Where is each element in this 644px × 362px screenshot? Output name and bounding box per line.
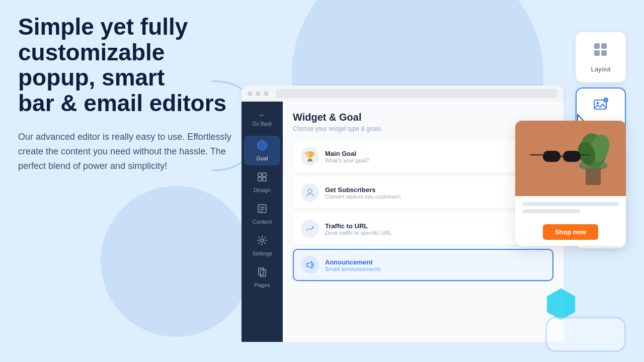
- svg-rect-33: [563, 151, 581, 162]
- goal-item-main[interactable]: 🏆 Main Goal What's your goal? ▾: [293, 140, 553, 172]
- bg-decoration-2: [101, 186, 252, 337]
- pages-icon: [257, 266, 268, 280]
- svg-rect-23: [261, 269, 266, 277]
- svg-rect-14: [263, 173, 266, 176]
- sidebar-pages-label: Pages: [254, 282, 270, 288]
- back-arrow-icon: ←: [258, 111, 266, 120]
- widget-title: Widget & Goal: [293, 112, 553, 123]
- subscribers-name: Get Subscribers: [325, 186, 545, 194]
- svg-point-24: [308, 189, 312, 193]
- announcement-text: Announcement Smart announcements: [325, 258, 545, 272]
- svg-rect-32: [543, 151, 560, 162]
- go-back-button[interactable]: ← Go Back: [251, 106, 274, 132]
- main-heading: Simple yet fully customizable popup, sma…: [18, 14, 239, 116]
- svg-rect-15: [258, 177, 262, 181]
- traffic-text: Traffic to URL Drive traffic to specific…: [325, 222, 545, 236]
- goal-item-announcement[interactable]: Announcement Smart announcements: [293, 249, 553, 281]
- subscribers-icon: [301, 184, 319, 202]
- design-icon: [257, 171, 268, 185]
- goal-icon: [257, 140, 268, 153]
- announcement-name: Announcement: [325, 258, 545, 266]
- subscribers-text: Get Subscribers Convert visitors into cu…: [325, 186, 545, 200]
- main-goal-desc: What's your goal?: [325, 157, 536, 163]
- traffic-icon: [301, 220, 319, 238]
- main-goal-icon: 🏆: [301, 147, 319, 165]
- svg-rect-3: [601, 50, 607, 56]
- main-goal-name: Main Goal: [325, 150, 536, 157]
- toolbar-layout-button[interactable]: Layout: [576, 32, 626, 82]
- product-text-lines: [515, 196, 626, 220]
- bottom-rect-decoration: [545, 317, 626, 352]
- content-icon: [257, 203, 268, 217]
- browser-url-bar: [276, 89, 557, 98]
- svg-rect-13: [258, 173, 262, 176]
- svg-point-21: [261, 239, 264, 242]
- browser-dot-1: [248, 91, 253, 96]
- browser-bar: [242, 85, 564, 102]
- svg-rect-1: [601, 43, 607, 49]
- browser-dot-2: [256, 91, 261, 96]
- sidebar-item-pages[interactable]: Pages: [244, 262, 280, 292]
- sidebar-content-label: Content: [253, 219, 272, 225]
- layout-icon: [593, 42, 609, 61]
- product-image: [515, 121, 626, 196]
- left-panel: Simple yet fully customizable popup, sma…: [18, 14, 239, 173]
- settings-icon: [257, 235, 268, 248]
- widget-subtitle: Choose your widget type & goals: [293, 125, 553, 132]
- traffic-desc: Drive traffic to specific URL: [325, 230, 545, 236]
- sidebar-settings-label: Settings: [252, 250, 272, 256]
- go-back-label: Go Back: [253, 121, 272, 127]
- main-goal-text: Main Goal What's your goal?: [325, 150, 536, 163]
- goal-item-traffic[interactable]: Traffic to URL Drive traffic to specific…: [293, 213, 553, 245]
- announcement-icon: [301, 256, 319, 274]
- svg-text:+: +: [605, 99, 607, 102]
- sub-text: Our advanced editor is really easy to us…: [18, 130, 239, 173]
- goal-item-subscribers[interactable]: Get Subscribers Convert visitors into cu…: [293, 176, 553, 209]
- svg-rect-2: [594, 50, 600, 56]
- announcement-desc: Smart announcements: [325, 266, 545, 272]
- editor-sidebar: ← Go Back Goal: [242, 102, 283, 342]
- browser-dot-3: [264, 91, 269, 96]
- sidebar-item-content[interactable]: Content: [244, 199, 280, 229]
- product-line-1: [522, 202, 619, 206]
- sidebar-item-goal[interactable]: Goal: [244, 136, 280, 165]
- traffic-name: Traffic to URL: [325, 222, 545, 230]
- svg-marker-37: [547, 289, 575, 320]
- shop-now-button[interactable]: Shop now: [543, 224, 598, 240]
- bgimage-icon: +: [593, 97, 609, 117]
- sidebar-item-design[interactable]: Design: [244, 167, 280, 197]
- sidebar-design-label: Design: [254, 187, 271, 193]
- svg-rect-0: [594, 43, 600, 49]
- svg-rect-22: [259, 268, 264, 275]
- layout-label: Layout: [591, 65, 610, 73]
- product-preview-card: Shop now: [515, 121, 626, 246]
- product-line-2: [522, 209, 580, 213]
- svg-rect-16: [263, 177, 266, 181]
- sidebar-goal-label: Goal: [256, 155, 268, 161]
- subscribers-desc: Convert visitors into customers: [325, 194, 545, 200]
- sidebar-item-settings[interactable]: Settings: [244, 231, 280, 260]
- svg-point-5: [597, 102, 599, 105]
- svg-point-12: [261, 144, 263, 146]
